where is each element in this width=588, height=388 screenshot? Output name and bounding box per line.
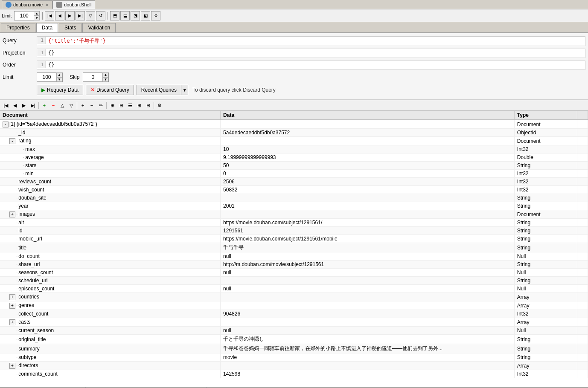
tab-validation[interactable]: Validation: [82, 23, 116, 32]
skip-value[interactable]: [83, 74, 102, 80]
toolbar-filter[interactable]: ▽: [86, 11, 95, 20]
tab-data[interactable]: Data: [36, 23, 58, 32]
table-row: ·douban_siteString: [0, 194, 588, 202]
query-editor[interactable]: 1 {'title':'千与千寻'}: [37, 36, 585, 46]
table-row: -[1] (id="5a4dedecaeddbf5db0a37572")Docu…: [0, 120, 588, 129]
cell-type: String: [514, 277, 577, 285]
cell-document: ·collect_count: [0, 310, 221, 318]
tab-douban-movie[interactable]: douban.movie ✕: [2, 0, 52, 9]
doc-field-name: alt: [18, 220, 24, 226]
expand-btn[interactable]: +: [9, 363, 15, 369]
dt-view2[interactable]: ⊞: [135, 101, 143, 110]
order-content[interactable]: {}: [46, 61, 57, 69]
limit-up-btn[interactable]: ▲: [56, 72, 62, 77]
dt-down[interactable]: ▽: [67, 101, 76, 110]
tab-close-movie[interactable]: ✕: [45, 3, 49, 7]
recent-dropdown-btn[interactable]: ▼: [181, 85, 188, 95]
cell-document: ·share_url: [0, 261, 221, 269]
cell-scroll-arrow: [577, 261, 588, 269]
requery-label: Requery Data: [47, 87, 79, 93]
dt-expand[interactable]: ⊞: [108, 101, 116, 110]
shell-tab-icon: [56, 2, 62, 8]
cell-document: +·images: [0, 210, 221, 219]
discard-button[interactable]: ✕ Discard Query: [86, 85, 134, 95]
doc-field-name: average: [25, 154, 44, 160]
toolbar-refresh[interactable]: ↺: [96, 11, 105, 20]
limit-down-btn[interactable]: ▼: [56, 77, 62, 82]
doc-field-name: schedule_url: [18, 278, 47, 284]
info-text: To discard query click Discard Query: [191, 87, 277, 93]
limit-spinner[interactable]: ▲ ▼: [37, 72, 63, 82]
tab-properties[interactable]: Properties: [1, 23, 35, 32]
projection-row: Projection 1 {}: [0, 47, 588, 59]
dt-field-add[interactable]: +: [79, 101, 87, 110]
cell-document: +·genres: [0, 301, 221, 310]
toolbar-export1[interactable]: ⬒: [110, 11, 119, 20]
dt-next[interactable]: ▶: [20, 101, 28, 110]
toolbar-limit-up[interactable]: ▲: [34, 11, 40, 16]
cell-document: +·directors: [0, 362, 221, 370]
cell-scroll-arrow: [577, 362, 588, 370]
toolbar-export3[interactable]: ⬔: [131, 11, 140, 20]
toolbar-limit-value[interactable]: [15, 13, 34, 19]
dt-remove[interactable]: −: [49, 101, 58, 110]
table-row: +·directorsArray: [0, 362, 588, 370]
dt-view3[interactable]: ⊟: [144, 101, 152, 110]
limit-value[interactable]: [37, 74, 56, 80]
dt-settings[interactable]: ⚙: [155, 101, 164, 110]
tab-douban-shell[interactable]: douban.Shell: [52, 0, 95, 9]
dt-field-edit[interactable]: ✏: [96, 101, 105, 110]
dt-prev[interactable]: ◀: [11, 101, 19, 110]
toolbar-export2[interactable]: ⬓: [120, 11, 130, 20]
expand-btn[interactable]: -: [3, 122, 9, 127]
dt-first[interactable]: |◀: [2, 101, 10, 110]
cell-data: [221, 120, 515, 129]
cell-data: [221, 137, 515, 145]
projection-editor[interactable]: 1 {}: [37, 49, 585, 58]
dt-field-remove[interactable]: −: [87, 101, 96, 110]
cell-type: Null: [514, 285, 577, 293]
skip-up-btn[interactable]: ▲: [102, 72, 108, 77]
toolbar-limit-down[interactable]: ▼: [34, 16, 40, 20]
expand-btn[interactable]: +: [9, 294, 15, 300]
cell-type: String: [514, 219, 577, 227]
doc-field-name: images: [18, 211, 35, 217]
cell-scroll-arrow: [577, 318, 588, 327]
dt-collapse[interactable]: ⊟: [117, 101, 125, 110]
order-editor[interactable]: 1 {}: [37, 61, 585, 70]
dt-last[interactable]: ▶|: [29, 101, 37, 110]
expand-btn[interactable]: -: [9, 138, 15, 144]
toolbar-settings[interactable]: ⚙: [151, 11, 160, 20]
dt-view1[interactable]: ☰: [126, 101, 134, 110]
skip-down-btn[interactable]: ▼: [102, 77, 108, 82]
toolbar-skip-last[interactable]: ▶|: [76, 11, 85, 20]
expand-btn[interactable]: +: [9, 211, 15, 217]
toolbar-skip-first[interactable]: |◀: [45, 11, 54, 20]
toolbar-next[interactable]: ▶: [65, 11, 75, 20]
doc-field-name: reviews_count: [18, 179, 51, 185]
requery-button[interactable]: ▶ Requery Data: [37, 85, 83, 95]
recent-queries-button[interactable]: Recent Queries: [137, 85, 181, 95]
toolbar-export4[interactable]: ⬕: [141, 11, 150, 20]
cell-data: 10: [221, 145, 515, 153]
cell-type: Array: [514, 362, 577, 370]
dt-up[interactable]: △: [58, 101, 67, 110]
recent-queries-group: Recent Queries ▼: [137, 85, 188, 95]
cell-document: ·min: [0, 170, 221, 178]
expand-btn[interactable]: +: [9, 319, 15, 325]
toolbar-limit-input[interactable]: ▲ ▼: [14, 11, 40, 20]
doc-field-name: directors: [18, 362, 38, 368]
toolbar-prev[interactable]: ◀: [55, 11, 64, 20]
dt-add[interactable]: +: [40, 101, 49, 110]
skip-spinner[interactable]: ▲ ▼: [83, 72, 109, 82]
doc-field-name: subtype: [18, 354, 36, 360]
tab-stats[interactable]: Stats: [59, 23, 82, 32]
query-content[interactable]: {'title':'千与千寻'}: [46, 37, 108, 46]
cell-scroll-arrow: [577, 178, 588, 186]
cell-scroll-arrow: [577, 202, 588, 210]
projection-content[interactable]: {}: [46, 49, 57, 57]
expand-btn[interactable]: +: [9, 303, 15, 309]
table-row: ·wish_count50832Int32: [0, 186, 588, 194]
cell-type: Int32: [514, 170, 577, 178]
table-row: ·episodes_countnullNull: [0, 285, 588, 293]
